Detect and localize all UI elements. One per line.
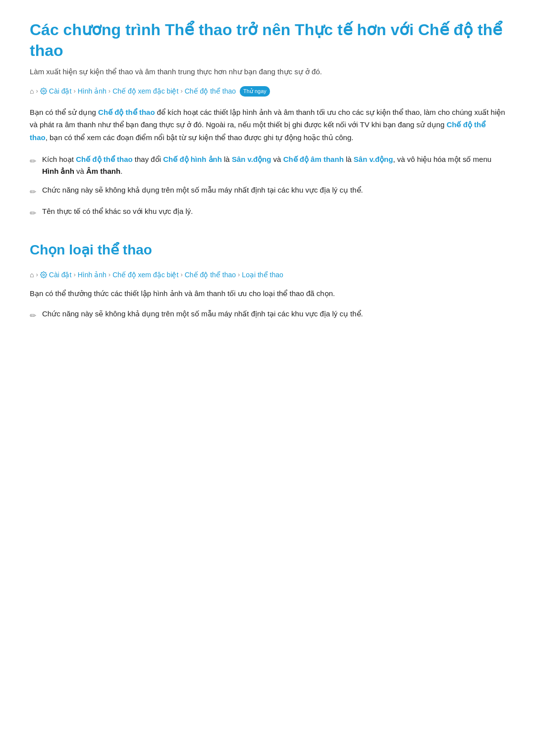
breadcrumb-sep-1: › xyxy=(36,86,38,97)
bullet-icon-2: ✏ xyxy=(30,186,36,199)
section1-bullet-list: ✏ Kích hoạt Chế độ thể thao thay đổi Chế… xyxy=(30,153,505,219)
breadcrumb2-sep-2: › xyxy=(73,270,75,280)
gear-icon-2 xyxy=(40,271,47,278)
breadcrumb-settings[interactable]: Cài đặt xyxy=(40,86,72,97)
bullet-icon-3: ✏ xyxy=(30,207,36,220)
section2-title: Chọn loại thể thao xyxy=(30,239,505,261)
list-item-3-text: Tên thực tế có thể khác so với khu vực đ… xyxy=(42,205,193,217)
breadcrumb2-sport-type[interactable]: Loại thể thao xyxy=(242,269,283,280)
bullet1-link-sound[interactable]: Âm thanh xyxy=(86,167,120,175)
list-item-1-text: Kích hoạt Chế độ thể thao thay đổi Chế đ… xyxy=(42,153,505,177)
breadcrumb2-sep-3: › xyxy=(108,270,110,280)
list-item-1: ✏ Kích hoạt Chế độ thể thao thay đổi Chế… xyxy=(30,153,505,177)
body-link-sport-mode-1[interactable]: Chế độ thể thao xyxy=(98,108,155,116)
breadcrumb-image[interactable]: Hình ảnh xyxy=(78,86,107,97)
breadcrumb2-settings[interactable]: Cài đặt xyxy=(40,269,72,280)
breadcrumb2-sep-1: › xyxy=(36,270,38,280)
breadcrumb-sep-2: › xyxy=(73,86,75,97)
breadcrumb-sep-4: › xyxy=(180,86,182,97)
bullet1-link-sound-mode[interactable]: Chế độ âm thanh xyxy=(283,155,344,163)
section2-bullet-list: ✏ Chức năng này sẽ không khả dụng trên m… xyxy=(30,308,505,322)
breadcrumb2-special-view[interactable]: Chế độ xem đặc biệt xyxy=(112,269,178,280)
breadcrumb-home[interactable]: ⌂ xyxy=(30,86,34,97)
bullet1-link-sport-mode[interactable]: Chế độ thể thao xyxy=(76,155,132,163)
section1-body: Bạn có thể sử dụng Chế độ thể thao để kí… xyxy=(30,106,505,144)
section2-list-item-1-text: Chức năng này sẽ không khả dụng trên một… xyxy=(42,308,363,320)
bullet1-link-image[interactable]: Hình ảnh xyxy=(42,167,74,175)
section2-list-item-1: ✏ Chức năng này sẽ không khả dụng trên m… xyxy=(30,308,505,322)
bullet1-link-image-mode[interactable]: Chế độ hình ảnh xyxy=(163,155,222,163)
list-item-2-text: Chức năng này sẽ không khả dụng trên một… xyxy=(42,184,363,196)
breadcrumb-settings-label[interactable]: Cài đặt xyxy=(49,86,72,97)
section2-bullet-icon-1: ✏ xyxy=(30,309,36,322)
try-now-badge[interactable]: Thử ngay xyxy=(240,86,270,97)
breadcrumb2-home[interactable]: ⌂ xyxy=(30,269,34,280)
bullet1-link-stadium1[interactable]: Sân v.động xyxy=(232,155,271,163)
bullet1-link-stadium2[interactable]: Sân v.động xyxy=(354,155,393,163)
breadcrumb-1: ⌂ › Cài đặt › Hình ảnh › Chế độ xem đặc … xyxy=(30,86,505,97)
bullet-icon-1: ✏ xyxy=(30,155,36,168)
breadcrumb2-sport-mode[interactable]: Chế độ thể thao xyxy=(185,269,236,280)
breadcrumb-sport-mode[interactable]: Chế độ thể thao xyxy=(185,86,236,97)
list-item-3: ✏ Tên thực tế có thể khác so với khu vực… xyxy=(30,205,505,220)
breadcrumb-sep-3: › xyxy=(108,86,110,97)
svg-point-1 xyxy=(43,274,45,276)
breadcrumb2-settings-label[interactable]: Cài đặt xyxy=(49,269,72,280)
section2-body: Bạn có thể thưởng thức các thiết lập hìn… xyxy=(30,287,505,300)
svg-point-0 xyxy=(43,91,45,93)
page-subtitle: Làm xuất hiện sự kiện thể thao và âm tha… xyxy=(30,66,505,78)
body-link-sport-mode-2[interactable]: Chế độ thể thao xyxy=(30,120,485,142)
breadcrumb2-sep-4: › xyxy=(180,270,182,280)
page-title: Các chương trình Thể thao trở nên Thực t… xyxy=(30,20,505,61)
breadcrumb-2: ⌂ › Cài đặt › Hình ảnh › Chế độ xem đặc … xyxy=(30,269,505,280)
list-item-2: ✏ Chức năng này sẽ không khả dụng trên m… xyxy=(30,184,505,199)
breadcrumb2-sep-5: › xyxy=(238,270,240,280)
gear-icon xyxy=(40,88,47,95)
breadcrumb-special-view[interactable]: Chế độ xem đặc biệt xyxy=(112,86,178,97)
breadcrumb2-image[interactable]: Hình ảnh xyxy=(78,269,107,280)
